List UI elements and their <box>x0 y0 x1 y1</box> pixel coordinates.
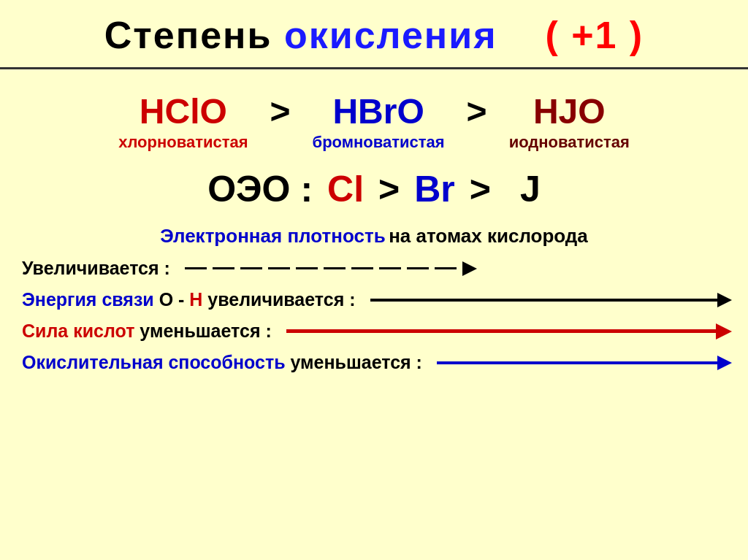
arrow-solid-black <box>370 299 726 302</box>
oeo-row: ОЭО : Cl > Br > J <box>22 168 726 210</box>
oeo-gt2: > <box>455 168 505 210</box>
energia-h: Н <box>189 289 202 310</box>
acid-hbro: HBrO бромноватистая <box>313 91 445 152</box>
acid-formula-hclo: HClO <box>140 91 227 131</box>
title-blue: окисления <box>284 14 497 56</box>
energia-o: О - <box>159 289 190 310</box>
acid-name-hjo: иодноватистая <box>509 133 630 152</box>
acid-name-hbro: бромноватистая <box>313 133 445 152</box>
sila-red: Сила кислот <box>22 321 134 341</box>
acids-row: HClO хлорноватистая > HBrO бромноватиста… <box>22 91 726 152</box>
electron-density-row: Электронная плотность на атомах кислород… <box>22 225 726 248</box>
row-label-2: Энергия связи О - Н увеличивается : <box>22 289 356 310</box>
dash-4 <box>268 267 290 269</box>
dash-9 <box>407 267 429 269</box>
row-uvelichivaetsya: Увеличивается : <box>22 258 726 279</box>
acid-hjo: HJO иодноватистая <box>509 91 630 152</box>
dash-1 <box>185 267 207 269</box>
acid-formula-hbro: HBrO <box>332 91 424 131</box>
row-label-3: Сила кислот уменьшается : <box>22 321 272 342</box>
arrow-solid-red <box>286 329 726 333</box>
oeo-br: Br <box>414 168 455 210</box>
oeo-cl: Cl <box>327 168 364 210</box>
oeo-gt1: > <box>364 168 414 210</box>
dash-5 <box>296 267 318 269</box>
gt-2: > <box>445 91 509 152</box>
acid-hclo: HClO хлорноватистая <box>118 91 248 152</box>
electron-density-black2: на атомах кислорода <box>389 225 588 247</box>
okis-blue: Окислительная способность <box>22 352 286 372</box>
row-label-4: Окислительная способность уменьшается : <box>22 352 422 373</box>
solid-blue-line <box>437 361 719 364</box>
oeo-j: J <box>505 168 541 210</box>
sila-suffix: уменьшается : <box>140 321 271 341</box>
okis-suffix: уменьшается : <box>291 352 422 372</box>
title-red: ( +1 ) <box>545 14 644 56</box>
main-content: HClO хлорноватистая > HBrO бромноватиста… <box>0 69 748 560</box>
energia-blue: Энергия связи <box>22 289 154 310</box>
acid-name-hclo: хлорноватистая <box>118 133 248 152</box>
title-black: Степень <box>104 14 272 56</box>
oeo-label: ОЭО : <box>207 168 313 210</box>
row-energia: Энергия связи О - Н увеличивается : <box>22 289 726 310</box>
energia-suffix: увеличивается : <box>207 289 355 310</box>
row-label-1: Увеличивается : <box>22 258 170 279</box>
acid-formula-hjo: HJO <box>533 91 606 131</box>
solid-red-line <box>286 329 719 333</box>
row-okislitelnaya: Окислительная способность уменьшается : <box>22 352 726 373</box>
arrow-solid-blue <box>437 361 726 364</box>
solid-black-line <box>370 299 719 302</box>
dash-10 <box>435 267 457 269</box>
row-sila: Сила кислот уменьшается : <box>22 321 726 342</box>
gt-1: > <box>248 91 313 152</box>
dashed-arrow-head <box>462 261 477 276</box>
dash-7 <box>351 267 373 269</box>
dash-2 <box>213 267 234 269</box>
arrow-dashed <box>185 261 726 276</box>
dash-6 <box>324 267 346 269</box>
electron-density-blue: Электронная плотность <box>160 225 386 247</box>
dash-3 <box>240 267 262 269</box>
dash-8 <box>379 267 401 269</box>
header: Степень окисления ( +1 ) <box>0 0 748 69</box>
header-title: Степень окисления ( +1 ) <box>15 13 733 57</box>
